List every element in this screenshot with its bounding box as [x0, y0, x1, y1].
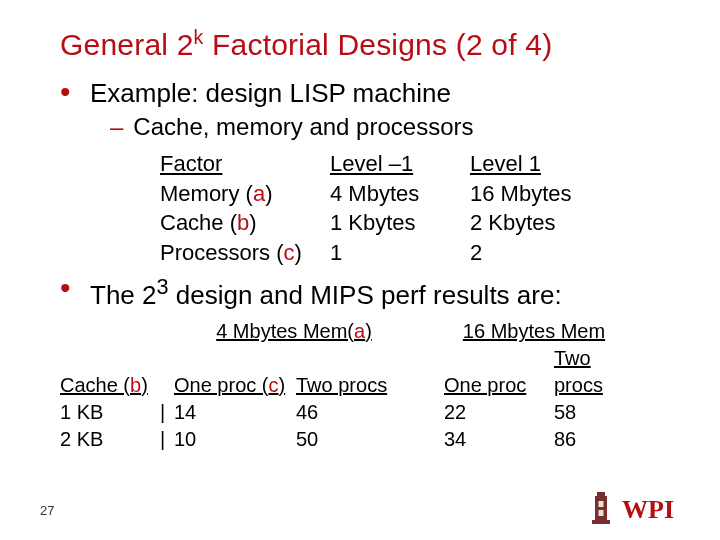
- bullet-dot-icon: •: [60, 274, 90, 301]
- factor-row-processors: Processors (c) 1 2: [160, 238, 680, 268]
- wpi-text-icon: WPI: [622, 494, 684, 524]
- factor-hi: 16 Mbytes: [470, 179, 610, 209]
- results-group-4mb: 4 Mbytes Mem(a): [174, 318, 414, 345]
- bullet-1-text: Example: design LISP machine: [90, 78, 451, 109]
- results-val: 50: [296, 426, 414, 453]
- results-val: 58: [554, 399, 644, 426]
- subbullet-1-text: Cache, memory and processors: [133, 113, 473, 140]
- svg-rect-1: [592, 520, 610, 524]
- svg-rect-4: [599, 510, 604, 516]
- bullet-2: • The 23 design and MIPS perf results ar…: [60, 274, 680, 311]
- title-sup: k: [194, 26, 204, 48]
- slide: General 2k Factorial Designs (2 of 4) • …: [0, 0, 720, 540]
- results-col-1proc: One proc (c): [174, 372, 296, 399]
- factor-lo: 4 Mbytes: [330, 179, 470, 209]
- factor-row-cache: Cache (b) 1 Kbytes 2 Kbytes: [160, 208, 680, 238]
- results-cache-header: Cache (b): [60, 372, 160, 399]
- bullet-dot-icon: •: [60, 78, 90, 105]
- results-col-2proc-b: Two procs: [554, 345, 644, 399]
- factor-lo: 1: [330, 238, 470, 268]
- factor-col-level-lo: Level –1: [330, 149, 470, 179]
- factor-table: Factor Level –1 Level 1 Memory (a) 4 Mby…: [160, 149, 680, 268]
- results-val: 46: [296, 399, 414, 426]
- slide-title: General 2k Factorial Designs (2 of 4): [60, 26, 680, 62]
- svg-rect-3: [599, 501, 604, 507]
- separator-icon: |: [160, 399, 174, 426]
- factor-name: Memory (a): [160, 179, 330, 209]
- factor-hi: 2 Kbytes: [470, 208, 610, 238]
- results-val: 10: [174, 426, 296, 453]
- factor-name: Processors (c): [160, 238, 330, 268]
- factor-row-memory: Memory (a) 4 Mbytes 16 Mbytes: [160, 179, 680, 209]
- factor-col-level-hi: Level 1: [470, 149, 610, 179]
- results-val: 34: [444, 426, 554, 453]
- wpi-logo: WPI: [586, 492, 684, 526]
- results-col-1proc-b: One proc: [444, 372, 554, 399]
- results-cache: 1 KB: [60, 399, 160, 426]
- page-number: 27: [40, 503, 54, 518]
- bullet-2-text: The 23 design and MIPS perf results are:: [90, 274, 562, 311]
- svg-text:WPI: WPI: [622, 495, 674, 524]
- separator-icon: |: [160, 426, 174, 453]
- subbullet-1: –Cache, memory and processors: [110, 113, 680, 141]
- svg-rect-2: [597, 492, 605, 498]
- factor-name: Cache (b): [160, 208, 330, 238]
- results-val: 86: [554, 426, 644, 453]
- results-row-1kb: 1 KB | 14 46 22 58: [60, 399, 680, 426]
- bullet-1: • Example: design LISP machine: [60, 78, 680, 109]
- subbullet-dash-icon: –: [110, 113, 123, 140]
- results-col-header: Cache (b) One proc (c) Two procs One pro…: [60, 345, 680, 399]
- results-val: 14: [174, 399, 296, 426]
- title-pre: General 2: [60, 28, 194, 61]
- factor-table-header: Factor Level –1 Level 1: [160, 149, 680, 179]
- tower-icon: [586, 492, 616, 526]
- title-post: Factorial Designs (2 of 4): [204, 28, 553, 61]
- svg-rect-0: [595, 496, 607, 522]
- results-val: 22: [444, 399, 554, 426]
- results-table: 4 Mbytes Mem(a) 16 Mbytes Mem Cache (b) …: [60, 318, 680, 453]
- results-col-2proc: Two procs: [296, 372, 414, 399]
- results-group-16mb: 16 Mbytes Mem: [444, 318, 624, 345]
- factor-lo: 1 Kbytes: [330, 208, 470, 238]
- results-cache: 2 KB: [60, 426, 160, 453]
- results-row-2kb: 2 KB | 10 50 34 86: [60, 426, 680, 453]
- factor-col-factor: Factor: [160, 149, 330, 179]
- results-group-header: 4 Mbytes Mem(a) 16 Mbytes Mem: [60, 318, 680, 345]
- factor-hi: 2: [470, 238, 610, 268]
